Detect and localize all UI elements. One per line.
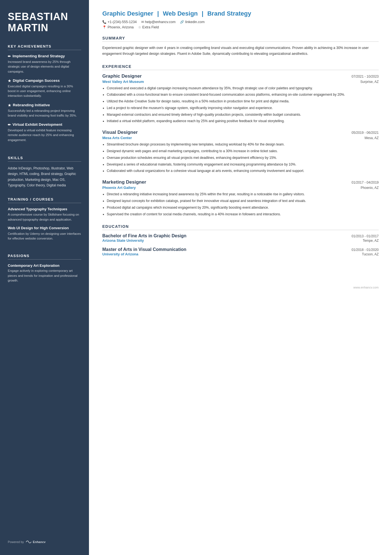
summary-text: Experienced graphic designer with over 4…	[102, 45, 379, 57]
achievement-1: ✏ Implementing Brand Strategy Increased …	[8, 54, 81, 74]
skills-title: SKILLS	[8, 156, 81, 162]
edu-degree-1: Bachelor of Fine Arts in Graphic Design	[102, 233, 187, 238]
star-icon-2: ★	[8, 103, 11, 107]
summary-section: SUMMARY Experienced graphic designer wit…	[102, 36, 379, 57]
achievement-3: ★ Rebranding Initiative Successfully led…	[8, 103, 81, 118]
exp-company-2: Mesa Arts Center	[102, 136, 132, 140]
achievement-1-desc: Increased brand awareness by 25% through…	[8, 60, 81, 74]
separator-1: |	[157, 10, 161, 17]
exp-bullets-3: Directed a rebranding initiative increas…	[102, 192, 379, 217]
edu-header-2: Master of Arts in Visual Communication 0…	[102, 247, 379, 252]
sidebar-footer: Powered by Enhancv	[8, 532, 81, 544]
edu-dates-1: 01/2013 - 01/2017	[352, 234, 379, 238]
training-title: TRAINING / COURSES	[8, 197, 81, 203]
training-1-title: Advanced Typography Techniques	[8, 207, 81, 212]
location-icon: 📍	[102, 25, 106, 29]
achievement-4-desc: Developed a virtual exhibit feature incr…	[8, 128, 81, 142]
location-contact: 📍 Phoenix, Arizona	[102, 25, 134, 29]
achievements-section: KEY ACHIEVEMENTS ✏ Implementing Brand St…	[8, 44, 81, 147]
phone-icon: 📞	[102, 20, 106, 24]
bullet-2-1: Streamlined brochure design processes by…	[107, 142, 379, 147]
bullet-1-6: Initiated a virtual exhibit platform, ex…	[107, 119, 379, 124]
bullet-1-4: Led a project to rebrand the museum's si…	[107, 105, 379, 111]
training-1: Advanced Typography Techniques A compreh…	[8, 207, 81, 222]
phone-value: +1-(234)-555-1234	[108, 20, 137, 24]
summary-title: SUMMARY	[102, 36, 379, 42]
exp-bullets-1: Conceived and executed a digital campaig…	[102, 86, 379, 124]
pencil-icon-2: ✏	[8, 123, 11, 127]
training-2: Web UI Design for High Conversion Certif…	[8, 226, 81, 241]
linkedin-contact: 🔗 linkedin.com	[180, 20, 204, 24]
exp-header-2: Visual Designer 05/2019 - 06/2021	[102, 130, 379, 135]
location-value: Phoenix, Arizona	[108, 25, 134, 29]
achievement-3-title: ★ Rebranding Initiative	[8, 103, 81, 107]
exp-sub-2: Mesa Arts Center Mesa, AZ	[102, 136, 379, 140]
exp-dates-3: 01/2017 - 04/2019	[352, 181, 379, 184]
bullet-1-5: Managed external contractors and ensured…	[107, 112, 379, 118]
contact-row: 📞 +1-(234)-555-1234 ✉ help@enhancv.com 🔗…	[102, 20, 379, 24]
sidebar: SEBASTIANMARTIN KEY ACHIEVEMENTS ✏ Imple…	[0, 0, 89, 555]
bullet-2-4: Developed a series of educational materi…	[107, 162, 379, 167]
exp-location-1: Surprise, AZ	[360, 80, 379, 84]
exp-title-1: Graphic Designer	[102, 73, 142, 79]
bullet-3-4: Supervised the creation of content for s…	[107, 212, 379, 217]
exp-company-1: West Valley Art Museum	[102, 80, 144, 84]
exp-sub-3: Phoenix Art Gallery Phoenix, AZ	[102, 186, 379, 190]
exp-entry-3: Marketing Designer 01/2017 - 04/2019 Pho…	[102, 179, 379, 217]
main-content: Graphic Designer | Web Design | Brand St…	[89, 0, 392, 555]
exp-entry-1: Graphic Designer 07/2021 - 10/2023 West …	[102, 73, 379, 124]
edu-location-1: Tempe, AZ	[363, 239, 379, 243]
skills-text: Adobe InDesign, Photoshop, Illustrator, …	[8, 166, 81, 188]
phone-contact: 📞 +1-(234)-555-1234	[102, 20, 137, 24]
main-title: Graphic Designer | Web Design | Brand St…	[102, 10, 379, 17]
exp-sub-1: West Valley Art Museum Surprise, AZ	[102, 80, 379, 84]
experience-section: EXPERIENCE Graphic Designer 07/2021 - 10…	[102, 64, 379, 217]
bullet-2-3: Oversaw production schedules ensuring al…	[107, 155, 379, 161]
education-section: EDUCATION Bachelor of Fine Arts in Graph…	[102, 224, 379, 256]
achievement-1-title: ✏ Implementing Brand Strategy	[8, 54, 81, 58]
achievement-4: ✏ Virtual Exhibit Development Developed …	[8, 122, 81, 142]
achievement-2-desc: Executed digital campaigns resulting in …	[8, 84, 81, 98]
training-1-desc: A comprehensive course by Skillshare foc…	[8, 212, 81, 222]
link-icon: 🔗	[180, 20, 184, 24]
bullet-3-1: Directed a rebranding initiative increas…	[107, 192, 379, 197]
exp-header-1: Graphic Designer 07/2021 - 10/2023	[102, 73, 379, 79]
location-row: 📍 Phoenix, Arizona ☆ Extra Field	[102, 25, 379, 29]
training-section: TRAINING / COURSES Advanced Typography T…	[8, 197, 81, 245]
passion-1-title: Contemporary Art Exploration	[8, 263, 81, 268]
exp-dates-1: 07/2021 - 10/2023	[352, 75, 379, 78]
edu-school-2: University of Arizona	[102, 252, 138, 256]
passions-title: PASSIONS	[8, 254, 81, 260]
name-block: SEBASTIANMARTIN	[8, 11, 81, 33]
linkedin-value: linkedin.com	[185, 20, 204, 24]
bullet-3-3: Produced digital ad campaigns which incr…	[107, 205, 379, 211]
edu-location-2: Tucson, AZ	[362, 252, 379, 256]
training-2-desc: Certification by Udemy on designing user…	[8, 231, 81, 241]
achievements-title: KEY ACHIEVEMENTS	[8, 44, 81, 50]
pencil-icon-1: ✏	[8, 54, 11, 58]
exp-location-3: Phoenix, AZ	[361, 186, 379, 190]
separator-2: |	[202, 10, 205, 17]
email-value: help@enhancv.com	[145, 20, 176, 24]
education-title: EDUCATION	[102, 224, 379, 230]
candidate-name: SEBASTIANMARTIN	[8, 11, 81, 33]
achievement-4-title: ✏ Virtual Exhibit Development	[8, 122, 81, 127]
passions-section: PASSIONS Contemporary Art Exploration En…	[8, 254, 81, 286]
bullet-1-2: Collaborated with a cross-functional tea…	[107, 92, 379, 98]
main-footer: www.enhancv.com	[102, 280, 379, 289]
bullet-3-2: Designed layout concepts for exhibition …	[107, 198, 379, 204]
bullet-2-2: Designed dynamic web pages and email mar…	[107, 149, 379, 154]
exp-header-3: Marketing Designer 01/2017 - 04/2019	[102, 179, 379, 185]
exp-entry-2: Visual Designer 05/2019 - 06/2021 Mesa A…	[102, 130, 379, 174]
title-part2: Web Design	[163, 10, 198, 17]
email-icon: ✉	[141, 20, 144, 24]
exp-bullets-2: Streamlined brochure design processes by…	[102, 142, 379, 174]
enhancv-logo: Enhancv	[26, 540, 46, 544]
edu-degree-2: Master of Arts in Visual Communication	[102, 247, 186, 252]
experience-title: EXPERIENCE	[102, 64, 379, 70]
edu-entry-2: Master of Arts in Visual Communication 0…	[102, 247, 379, 256]
training-2-title: Web UI Design for High Conversion	[8, 226, 81, 231]
main-header: Graphic Designer | Web Design | Brand St…	[102, 10, 379, 29]
exp-title-3: Marketing Designer	[102, 179, 146, 185]
email-contact: ✉ help@enhancv.com	[141, 20, 176, 24]
